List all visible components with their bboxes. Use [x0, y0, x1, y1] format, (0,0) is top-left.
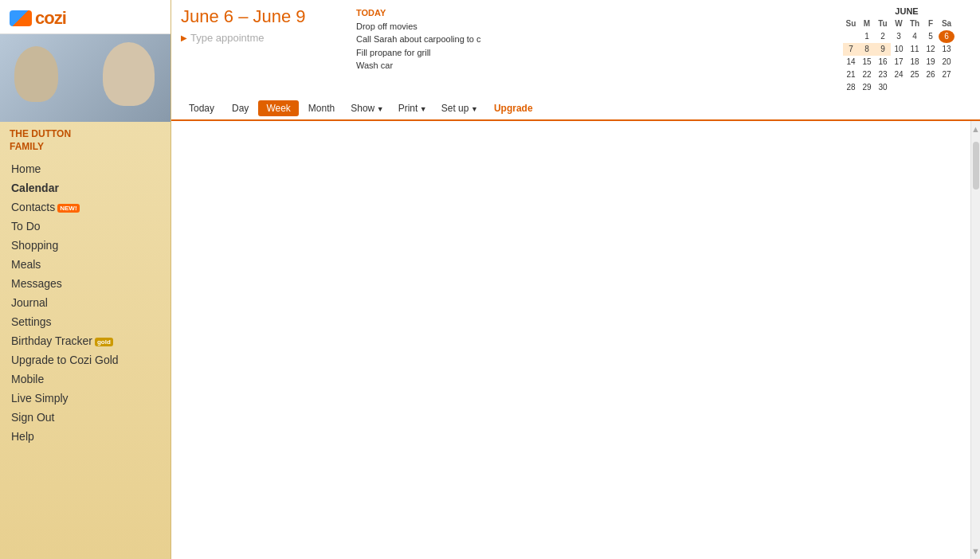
- mini-cal-day[interactable]: 27: [939, 68, 955, 81]
- upgrade-button[interactable]: Upgrade: [486, 100, 541, 116]
- mini-cal-header-cell: Su: [843, 18, 859, 30]
- sidebar: cozi THE DUTTON FAMILY HomeCalendarConta…: [0, 0, 171, 559]
- sidebar-item-home[interactable]: Home: [0, 159, 171, 178]
- mini-cal-day[interactable]: 9: [875, 43, 891, 56]
- date-range: June 6 – June 9: [181, 6, 340, 27]
- mini-cal-day[interactable]: 30: [875, 81, 891, 94]
- mini-cal-day[interactable]: 22: [859, 68, 875, 81]
- appointment-input[interactable]: ▶ Type appointme: [181, 32, 340, 44]
- mini-cal-day: [891, 81, 907, 94]
- cozi-logo: cozi: [10, 8, 161, 29]
- mini-cal-day[interactable]: 7: [843, 43, 859, 56]
- logo-area: cozi: [0, 0, 171, 34]
- mini-cal-day[interactable]: 3: [891, 30, 907, 43]
- today-items: Drop off moviesCall Sarah about carpooli…: [356, 20, 827, 72]
- mini-cal-day: [939, 81, 955, 94]
- mini-cal-day[interactable]: 15: [859, 56, 875, 68]
- mini-cal-day[interactable]: 18: [907, 56, 923, 68]
- family-name: THE DUTTON FAMILY: [0, 122, 171, 156]
- mini-calendar: JUNE SuMTuWThFSa123456789101112131415161…: [843, 6, 970, 94]
- family-photo: [0, 34, 171, 122]
- mini-cal-day[interactable]: 23: [875, 68, 891, 81]
- mini-cal-day[interactable]: 1: [859, 30, 875, 43]
- mini-cal-day[interactable]: 26: [923, 68, 939, 81]
- cozi-logo-icon: [10, 10, 32, 26]
- mini-cal-day[interactable]: 10: [891, 43, 907, 56]
- mini-cal-header-cell: M: [859, 18, 875, 30]
- nav-week-btn[interactable]: Week: [258, 100, 298, 116]
- appointment-placeholder: Type appointme: [190, 32, 265, 44]
- mini-cal-month: JUNE: [843, 6, 970, 16]
- sidebar-item-contacts[interactable]: ContactsNEW!: [0, 197, 171, 217]
- mini-cal-day[interactable]: 2: [875, 30, 891, 43]
- nav-month-btn[interactable]: Month: [300, 100, 343, 116]
- today-section: TODAY Drop off moviesCall Sarah about ca…: [356, 6, 827, 72]
- play-icon: ▶: [181, 33, 187, 42]
- sidebar-item-messages[interactable]: Messages: [0, 274, 171, 293]
- sidebar-item-settings[interactable]: Settings: [0, 312, 171, 331]
- today-item: Drop off movies: [356, 20, 827, 33]
- mini-cal-day[interactable]: 13: [939, 43, 955, 56]
- mini-cal-day[interactable]: 4: [907, 30, 923, 43]
- mini-cal-day[interactable]: 29: [859, 81, 875, 94]
- scroll-thumb[interactable]: [973, 142, 979, 190]
- mini-cal-day[interactable]: 24: [891, 68, 907, 81]
- header-top: June 6 – June 9 ▶ Type appointme TODAY D…: [171, 0, 980, 97]
- nav-setup-dd[interactable]: Set up: [435, 100, 484, 116]
- mini-cal-day: [843, 30, 859, 43]
- mini-cal-day[interactable]: 6: [939, 30, 955, 43]
- sidebar-item-live-simply[interactable]: Live Simply: [0, 389, 171, 408]
- main-content: June 6 – June 9 ▶ Type appointme TODAY D…: [171, 0, 980, 559]
- mini-cal-header-cell: F: [923, 18, 939, 30]
- sidebar-item-mobile[interactable]: Mobile: [0, 369, 171, 389]
- sidebar-item-sign-out[interactable]: Sign Out: [0, 408, 171, 427]
- mini-cal-day[interactable]: 11: [907, 43, 923, 56]
- mini-cal-header-cell: Tu: [875, 18, 891, 30]
- sidebar-item-upgrade-gold[interactable]: Upgrade to Cozi Gold: [0, 350, 171, 369]
- sidebar-item-calendar[interactable]: Calendar: [0, 178, 171, 197]
- mini-cal-day: [907, 81, 923, 94]
- today-item: Wash car: [356, 59, 827, 72]
- today-item: Fill propane for grill: [356, 46, 827, 60]
- sidebar-item-help[interactable]: Help: [0, 427, 171, 446]
- mini-cal-day[interactable]: 5: [923, 30, 939, 43]
- nav-today-btn[interactable]: Today: [181, 100, 222, 116]
- calendar-body[interactable]: [171, 121, 970, 559]
- today-label: TODAY: [356, 6, 827, 20]
- sidebar-item-birthday-tracker[interactable]: Birthday Trackergold: [0, 331, 171, 350]
- sidebar-item-todo[interactable]: To Do: [0, 217, 171, 236]
- header: June 6 – June 9 ▶ Type appointme TODAY D…: [171, 0, 980, 121]
- mini-cal-day[interactable]: 12: [923, 43, 939, 56]
- mini-cal-day[interactable]: 16: [875, 56, 891, 68]
- mini-cal-day[interactable]: 19: [923, 56, 939, 68]
- sidebar-item-shopping[interactable]: Shopping: [0, 236, 171, 255]
- mini-cal-day[interactable]: 28: [843, 81, 859, 94]
- nav-print-dd[interactable]: Print: [392, 100, 433, 116]
- nav-day-btn[interactable]: Day: [224, 100, 257, 116]
- today-item: Call Sarah about carpooling to c: [356, 33, 827, 46]
- mini-cal-grid: SuMTuWThFSa12345678910111213141516171819…: [843, 18, 970, 94]
- sidebar-item-meals[interactable]: Meals: [0, 255, 171, 274]
- sidebar-item-journal[interactable]: Journal: [0, 293, 171, 312]
- mini-cal-header-cell: Sa: [939, 18, 955, 30]
- mini-cal-day[interactable]: 21: [843, 68, 859, 81]
- mini-cal-day[interactable]: 25: [907, 68, 923, 81]
- mini-cal-header-cell: Th: [907, 18, 923, 30]
- mini-cal-day[interactable]: 14: [843, 56, 859, 68]
- mini-cal-day[interactable]: 8: [859, 43, 875, 56]
- mini-cal-header-cell: W: [891, 18, 907, 30]
- sidebar-nav: HomeCalendarContactsNEW!To DoShoppingMea…: [0, 156, 171, 559]
- nav-show-dd[interactable]: Show: [344, 100, 390, 116]
- nav-bar: TodayDayWeekMonthShowPrintSet upUpgrade: [171, 97, 980, 119]
- mini-cal-day[interactable]: 20: [939, 56, 955, 68]
- scrollbar[interactable]: ▲ ▼: [970, 121, 980, 559]
- mini-cal-day: [923, 81, 939, 94]
- cozi-logo-text: cozi: [35, 8, 66, 29]
- mini-cal-day[interactable]: 17: [891, 56, 907, 68]
